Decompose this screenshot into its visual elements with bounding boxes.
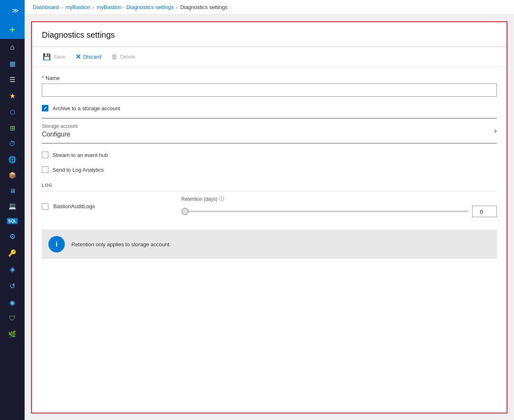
info-icon-circle: i xyxy=(48,236,65,252)
sidebar-item-home[interactable]: ⌂ xyxy=(0,39,25,56)
retention-input[interactable] xyxy=(472,206,497,217)
info-circle-icon: ⓘ xyxy=(219,195,224,202)
dashboard-icon: ▦ xyxy=(9,60,16,68)
sidebar-item-refresh[interactable]: ↺ xyxy=(0,278,25,295)
discard-button[interactable]: ✕ Discard xyxy=(75,51,102,62)
star-icon: ★ xyxy=(9,92,16,100)
sidebar-item-grid[interactable]: ⊞ xyxy=(0,120,25,136)
grid-icon: ⊞ xyxy=(10,124,15,132)
sidebar-top: ≫ xyxy=(0,0,25,21)
log-section-label: LOG xyxy=(42,183,497,188)
discard-label: Discard xyxy=(83,54,101,60)
archive-checkbox-row: Archive to a storage account xyxy=(42,105,497,111)
name-label-text: Name xyxy=(46,75,60,81)
leaf-icon: 🌿 xyxy=(8,330,16,338)
main-area: Dashboard › myBastion › myBastion - Diag… xyxy=(25,0,514,420)
sidebar-add-section: + xyxy=(0,21,25,39)
log-analytics-label: Send to Log Analytics xyxy=(53,167,104,173)
sidebar-item-security[interactable]: 🛡 xyxy=(0,311,25,326)
stream-checkbox-row: Stream to an event hub xyxy=(42,152,497,158)
sidebar-item-settings[interactable]: ⚙ xyxy=(0,228,25,245)
sidebar-item-dashboard[interactable]: ▦ xyxy=(0,56,25,72)
sidebar-item-monitor[interactable]: ◉ xyxy=(0,295,25,311)
sidebar-item-menu[interactable]: ☰ xyxy=(0,72,25,88)
globe-icon: 🌐 xyxy=(8,156,16,163)
cube-icon: ⬡ xyxy=(10,109,15,116)
sidebar-item-sql[interactable]: SQL xyxy=(0,214,25,228)
page-title: Diagnostics settings xyxy=(42,30,497,40)
breadcrumb-sep-1: › xyxy=(62,5,63,10)
storage-account-section[interactable]: Storage account Configure › xyxy=(42,118,497,143)
monitor-icon: 🖥 xyxy=(9,187,16,194)
log-row-name: BastionAuditLogs xyxy=(42,203,165,210)
panel-header: Diagnostics settings xyxy=(32,22,507,47)
sidebar-item-keyvault[interactable]: 🔑 xyxy=(0,245,25,261)
content-panel: Diagnostics settings 💾 Save ✕ Discard 🗑 … xyxy=(31,21,507,413)
screen-icon: 💻 xyxy=(9,202,16,210)
sidebar: ≫ + ⌂ ▦ ☰ ★ ⬡ ⊞ ⏱ 🌐 📦 🖥 💻 SQL ⚙ 🔑 ◈ xyxy=(0,0,25,420)
archive-label: Archive to a storage account xyxy=(53,105,120,111)
expand-icon[interactable]: ≫ xyxy=(9,3,22,18)
stream-checkbox[interactable] xyxy=(42,152,48,158)
gear-icon: ⚙ xyxy=(9,232,16,241)
delete-label: Delete xyxy=(120,54,136,60)
info-text: Retention only applies to storage accoun… xyxy=(71,241,171,247)
retention-label: Retention (days) xyxy=(181,196,217,202)
delete-icon: 🗑 xyxy=(111,53,118,61)
toolbar: 💾 Save ✕ Discard 🗑 Delete xyxy=(32,47,507,67)
info-icon: i xyxy=(55,240,57,249)
log-row: BastionAuditLogs Retention (days) ⓘ xyxy=(42,191,497,221)
retention-controls xyxy=(181,206,497,217)
storage-section-inner: Storage account Configure xyxy=(42,123,78,138)
box-icon: 📦 xyxy=(9,172,16,179)
sidebar-item-deploy[interactable]: ◈ xyxy=(0,261,25,278)
name-field-label: * Name xyxy=(42,75,497,81)
breadcrumb-mybastion[interactable]: myBastion xyxy=(65,4,90,10)
storage-account-value: Configure xyxy=(42,131,78,138)
sidebar-item-storage[interactable]: 📦 xyxy=(0,168,25,183)
info-box: i Retention only applies to storage acco… xyxy=(42,229,497,259)
save-button[interactable]: 💾 Save xyxy=(42,51,66,62)
menu-icon: ☰ xyxy=(9,76,15,84)
sidebar-item-vm[interactable]: 🖥 xyxy=(0,183,25,198)
bastion-audit-logs-label: BastionAuditLogs xyxy=(53,203,95,209)
deploy-icon: ◈ xyxy=(10,265,15,274)
breadcrumb-current: Diagnostics settings xyxy=(180,4,228,10)
retention-header: Retention (days) ⓘ xyxy=(181,195,224,202)
breadcrumb-diag-settings[interactable]: myBastion - Diagnostics settings xyxy=(97,4,174,10)
sidebar-item-favorites[interactable]: ★ xyxy=(0,88,25,104)
sidebar-item-leaf[interactable]: 🌿 xyxy=(0,326,25,342)
chevron-right-icon: › xyxy=(494,127,497,135)
key-icon: 🔑 xyxy=(8,249,16,257)
breadcrumb-sep-3: › xyxy=(176,5,178,10)
breadcrumb-dashboard[interactable]: Dashboard xyxy=(33,4,59,10)
bastion-audit-logs-checkbox[interactable] xyxy=(42,203,48,210)
sidebar-item-network[interactable]: 🌐 xyxy=(0,152,25,168)
log-row-retention: Retention (days) ⓘ xyxy=(165,195,497,217)
sidebar-item-compute[interactable]: 💻 xyxy=(0,198,25,214)
refresh-icon: ↺ xyxy=(9,282,15,291)
sidebar-item-recent[interactable]: ⏱ xyxy=(0,136,25,152)
storage-account-label: Storage account xyxy=(42,123,78,129)
stream-label: Stream to an event hub xyxy=(53,152,108,158)
discard-icon: ✕ xyxy=(75,53,81,61)
clock-icon: ⏱ xyxy=(9,140,16,148)
form-body: * Name Archive to a storage account Stor… xyxy=(32,67,507,267)
breadcrumb-sep-2: › xyxy=(93,5,94,10)
required-star: * xyxy=(42,75,44,81)
delete-button[interactable]: 🗑 Delete xyxy=(110,52,137,62)
log-section: LOG BastionAuditLogs Retention (days) ⓘ xyxy=(42,183,497,221)
breadcrumb: Dashboard › myBastion › myBastion - Diag… xyxy=(25,0,514,15)
sidebar-item-resources[interactable]: ⬡ xyxy=(0,104,25,120)
save-icon: 💾 xyxy=(43,53,51,61)
gauge-icon: ◉ xyxy=(9,299,15,306)
home-icon: ⌂ xyxy=(10,43,15,52)
shield-icon: 🛡 xyxy=(9,315,16,322)
name-input[interactable] xyxy=(42,84,497,97)
retention-slider[interactable] xyxy=(181,211,468,212)
add-icon[interactable]: + xyxy=(9,25,15,35)
archive-checkbox[interactable] xyxy=(42,105,48,111)
sql-icon: SQL xyxy=(7,218,18,224)
log-analytics-checkbox-row: Send to Log Analytics xyxy=(42,166,497,173)
log-analytics-checkbox[interactable] xyxy=(42,166,48,173)
